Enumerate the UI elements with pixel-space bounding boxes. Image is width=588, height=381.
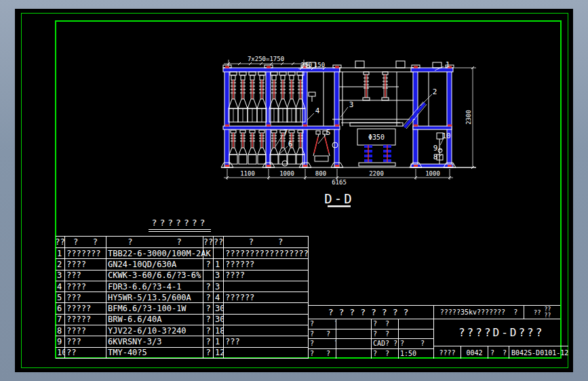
sig-value [336, 339, 372, 349]
cell-name: ??? [65, 270, 106, 281]
cell-qty: 1 [214, 259, 224, 270]
cell-model: 6KVRSNY-3/3 [106, 336, 203, 347]
cell-qty: 4 [214, 292, 224, 303]
col-header-no: ?? [56, 237, 65, 248]
cell-no: 9 [56, 336, 65, 347]
cell-notes [224, 315, 309, 325]
scale-value: 1:50 [399, 349, 434, 359]
title-right-block: ????D-D??? ???? 0042 ? ? B042S-D0101-12 [434, 319, 568, 359]
cell-qty [214, 248, 224, 259]
cell-notes [224, 303, 309, 314]
sig-label: ? ? [309, 329, 336, 340]
col-header-name: ? ? [65, 237, 106, 248]
sig-value [399, 329, 434, 340]
cell-name: ???? [65, 259, 106, 270]
sig-label: ? ? [372, 349, 399, 359]
sig-value [399, 319, 434, 329]
sheet-fraction-bottom: ?? [545, 313, 551, 319]
sig-label: ? ? [372, 319, 399, 329]
drawing-title: ????D-D??? [434, 319, 568, 346]
cell-unit: ? [203, 336, 214, 347]
cell-no: 2 [56, 259, 65, 270]
sig-label: ? ? [309, 349, 336, 359]
sheet-label: ?? [534, 309, 541, 316]
cell-notes: ????????????????? [224, 248, 309, 259]
sig-label: ? ? [309, 339, 336, 349]
cell-model: TMY-40?5 [106, 348, 203, 359]
cell-name: ??? [65, 336, 106, 347]
cell-no: 8 [56, 325, 65, 336]
cell-no: 5 [56, 292, 65, 303]
project-name: ?????35kv??????? ? [434, 306, 524, 319]
cell-unit: ? [203, 325, 214, 336]
title-footer: ???? 0042 ? ? B042S-D0101-12 [434, 346, 568, 359]
sig-value: ? ? [399, 339, 434, 349]
col-header-unit: ?? [203, 237, 214, 248]
col-header-model: ? ? [106, 237, 203, 248]
cell-qty: 30 [214, 303, 224, 314]
col-header-notes: ? ? [224, 237, 309, 248]
cell-no: 10 [56, 348, 65, 359]
cell-unit: ? [203, 281, 214, 292]
device-table-title-text: ??????? [142, 218, 217, 228]
sheet-fraction-top: ?? [545, 306, 551, 313]
cell-unit: ? [203, 292, 214, 303]
cell-unit: ? [203, 348, 214, 359]
cell-notes [224, 348, 309, 359]
cell-model: CKWK-3-60/6.6/?3-6% [106, 270, 203, 281]
sig-value [336, 319, 372, 329]
signature-grid: ? ? ? ? ? ? ? ? ? ? CAD? ? ? ? ? ? ? ? 1… [309, 319, 434, 359]
cell-qty: 3 [214, 281, 224, 292]
cell-notes: ??? [224, 336, 309, 347]
cell-name: ???? [65, 325, 106, 336]
cell-qty: 1 [214, 336, 224, 347]
stamp-cell: ???????? [309, 306, 434, 319]
device-table-title: ??????? [142, 218, 217, 232]
sheet-fraction: ?? ?? [545, 306, 551, 319]
sig-value [336, 329, 372, 340]
cell-notes [224, 325, 309, 336]
cell-notes: ?????? [224, 292, 309, 303]
cell-notes: ?????? [224, 259, 309, 270]
sig-label-cad: CAD? ? [372, 339, 399, 349]
cell-name: ??? [65, 292, 106, 303]
col-header-qty: ?? [214, 237, 224, 248]
cell-name: ?? [65, 348, 106, 359]
title-underline [149, 229, 211, 230]
drawing-number: B042S-D0101-12 [509, 346, 568, 359]
cell-name: ???? [65, 281, 106, 292]
sig-value [336, 349, 372, 359]
cell-qty: 30 [214, 315, 224, 325]
cell-no: 6 [56, 303, 65, 314]
cell-notes [224, 281, 309, 292]
cell-unit: ? [203, 259, 214, 270]
cell-unit: ? [203, 315, 214, 325]
cell-name: ??????? [65, 248, 106, 259]
cell-model: HY5WR-5/13.5/600A [106, 292, 203, 303]
cell-unit [203, 270, 214, 281]
cell-model: TBB22-6-3000/100M-2AK [106, 248, 203, 259]
cell-notes: ???? [224, 270, 309, 281]
cell-name: ????? [65, 303, 106, 314]
cell-model: BRW-6.6/40A [106, 315, 203, 325]
cell-no: 3 [56, 270, 65, 281]
device-table: ?? ? ? ? ? ?? ?? ? ? 1 ??????? TBB22-6-3… [56, 236, 309, 359]
cell-model: FDR3-6.6/?3-4-1 [106, 281, 203, 292]
cell-model: GN24-10QD/630A [106, 259, 203, 270]
cell-no: 4 [56, 281, 65, 292]
title-block: ???????? ?????35kv??????? ? ?? ?? ?? ? ?… [309, 305, 560, 358]
sig-label: ? ? [372, 329, 399, 340]
footer-label: ???? [434, 346, 461, 359]
cell-qty: 18 [214, 325, 224, 336]
sig-label: ? ? [309, 319, 336, 329]
cell-name: ????? [65, 315, 106, 325]
sheet-cell: ?? ?? ?? [524, 306, 560, 319]
cell-qty: 12 [214, 348, 224, 359]
cell-model: BFM6.6/?3-100-1W [106, 303, 203, 314]
footer-code: 0042 [461, 346, 488, 359]
footer-label-2: ? ? [488, 346, 509, 359]
cell-qty: 3 [214, 270, 224, 281]
cell-no: 1 [56, 248, 65, 259]
title-underline-2 [149, 231, 211, 232]
cell-no: 7 [56, 315, 65, 325]
